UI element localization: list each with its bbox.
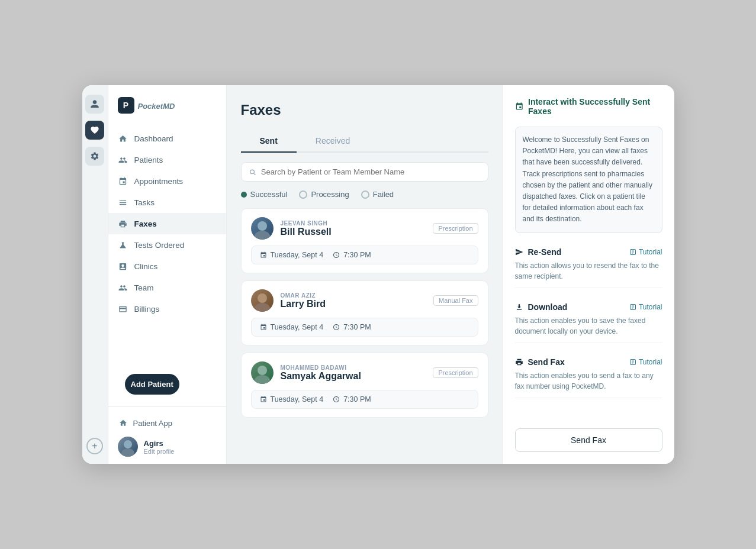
fax-card-3[interactable]: MOHAMMED BADAWI Samyak Aggarwal Prescrip… xyxy=(241,353,488,418)
fax-time-2: 7:30 PM xyxy=(333,323,371,331)
billings-icon xyxy=(118,303,128,314)
svg-point-0 xyxy=(124,440,132,448)
fax-patient-name-2: Larry Bird xyxy=(281,299,427,309)
sidebar-item-label: Patients xyxy=(134,156,163,164)
add-patient-button[interactable]: Add Patient xyxy=(125,374,179,395)
fax-badge-1: Prescription xyxy=(433,223,478,234)
search-icon xyxy=(249,168,256,176)
panel-description: Welcome to Successfully Sent Faxes on Po… xyxy=(515,127,662,233)
filter-row: Successful Processing Failed xyxy=(241,190,488,199)
fax-date-2: Tuesday, Sept 4 xyxy=(260,323,324,331)
successful-dot xyxy=(241,192,247,198)
user-profile[interactable]: Agirs Edit profile xyxy=(118,432,217,457)
search-bar xyxy=(241,162,488,182)
svg-point-3 xyxy=(255,231,270,240)
user-name: Agirs xyxy=(144,439,175,448)
fax-time-1: 7:30 PM xyxy=(333,251,371,259)
fax-date-text-1: Tuesday, Sept 4 xyxy=(271,251,324,259)
sidebar-item-tasks[interactable]: Tasks xyxy=(108,192,226,213)
processing-radio xyxy=(299,190,307,199)
patient-app-link[interactable]: Patient App xyxy=(118,414,217,432)
fax-sender-2: OMAR AZIZ xyxy=(281,292,427,299)
appointments-icon xyxy=(118,176,128,186)
svg-point-7 xyxy=(255,375,270,384)
sidebar-item-dashboard[interactable]: Dashboard xyxy=(108,128,226,149)
send-fax-tutorial-link[interactable]: Tutorial xyxy=(629,358,662,366)
logo: P PocketMD xyxy=(108,85,226,123)
dashboard-icon xyxy=(118,133,128,144)
fax-sender-1: JEEVAN SINGH xyxy=(281,220,426,227)
resend-tutorial-link[interactable]: Tutorial xyxy=(629,248,662,256)
avatar xyxy=(118,437,138,457)
clinics-icon xyxy=(118,261,128,272)
send-fax-button[interactable]: Send Fax xyxy=(515,428,662,452)
filter-successful[interactable]: Successful xyxy=(241,190,288,199)
resend-icon xyxy=(515,248,523,256)
icon-rail-profile[interactable] xyxy=(85,95,104,114)
download-tutorial-link[interactable]: Tutorial xyxy=(629,303,662,311)
search-input[interactable] xyxy=(261,167,481,176)
sidebar-item-label: Faxes xyxy=(134,219,157,228)
sidebar-item-clinics[interactable]: Clinics xyxy=(108,256,226,277)
send-fax-icon xyxy=(515,358,523,366)
fax-date-text-2: Tuesday, Sept 4 xyxy=(271,323,324,331)
fax-card-1[interactable]: JEEVAN SINGH Bill Russell Prescription T… xyxy=(241,208,488,273)
icon-rail: + xyxy=(82,85,108,464)
panel-description-text: Welcome to Successfully Sent Faxes on Po… xyxy=(523,135,652,223)
fax-date-row-2: Tuesday, Sept 4 7:30 PM xyxy=(251,318,478,337)
filter-processing[interactable]: Processing xyxy=(299,190,349,199)
fax-date-3: Tuesday, Sept 4 xyxy=(260,395,324,403)
action-send-fax: Send Fax Tutorial This action enables yo… xyxy=(515,351,662,398)
sidebar-item-label: Dashboard xyxy=(134,134,173,143)
logo-text: PocketMD xyxy=(138,99,175,112)
icon-rail-settings[interactable] xyxy=(85,147,104,166)
download-description: This action enables you to save the faxe… xyxy=(515,315,662,337)
fax-time-text-3: 7:30 PM xyxy=(343,395,371,403)
sidebar-item-appointments[interactable]: Appointments xyxy=(108,170,226,192)
filter-failed[interactable]: Failed xyxy=(361,190,394,199)
action-resend: Re-Send Tutorial This action allows you … xyxy=(515,241,662,288)
fax-time-text-1: 7:30 PM xyxy=(343,251,371,259)
icon-rail-health[interactable] xyxy=(85,121,104,140)
filter-failed-label: Failed xyxy=(373,190,394,199)
tutorial-icon-2 xyxy=(629,303,636,311)
filter-processing-label: Processing xyxy=(311,190,349,199)
calendar-icon xyxy=(515,102,524,111)
page-title: Faxes xyxy=(241,102,488,118)
icon-rail-add[interactable]: + xyxy=(86,438,103,454)
sidebar-item-faxes[interactable]: Faxes xyxy=(108,213,226,234)
fax-sender-3: MOHAMMED BADAWI xyxy=(281,364,426,371)
failed-radio xyxy=(361,190,369,199)
svg-point-4 xyxy=(258,293,267,303)
fax-time-3: 7:30 PM xyxy=(333,395,371,403)
tests-icon xyxy=(118,240,128,250)
fax-info-1: JEEVAN SINGH Bill Russell xyxy=(281,220,426,237)
sidebar-item-tests-ordered[interactable]: Tests Ordered xyxy=(108,234,226,256)
panel-title: Interact with Successfully Sent Faxes xyxy=(515,97,662,116)
sidebar-item-billings[interactable]: Billings xyxy=(108,298,226,319)
fax-date-text-3: Tuesday, Sept 4 xyxy=(271,395,324,403)
tutorial-icon-3 xyxy=(629,359,636,366)
sidebar-item-team[interactable]: Team xyxy=(108,277,226,298)
patient-app-icon xyxy=(118,418,128,428)
send-fax-description: This action enables you to send a fax to… xyxy=(515,370,662,392)
sidebar-item-label: Tasks xyxy=(134,198,155,207)
svg-point-5 xyxy=(255,303,270,312)
filter-successful-label: Successful xyxy=(250,190,288,199)
tab-received[interactable]: Received xyxy=(297,130,369,153)
patient-app-label: Patient App xyxy=(133,419,173,428)
fax-card-2[interactable]: OMAR AZIZ Larry Bird Manual Fax Tuesday,… xyxy=(241,280,488,345)
sidebar-item-label: Billings xyxy=(134,305,160,314)
send-fax-title: Send Fax xyxy=(515,357,565,367)
sidebar-item-patients[interactable]: Patients xyxy=(108,149,226,170)
download-title: Download xyxy=(515,302,568,312)
right-panel: Interact with Successfully Sent Faxes We… xyxy=(503,85,674,464)
sidebar-footer: Patient App Agirs Edit profile xyxy=(108,406,226,464)
fax-time-text-2: 7:30 PM xyxy=(343,323,371,331)
tutorial-icon xyxy=(629,248,636,256)
tab-sent[interactable]: Sent xyxy=(241,130,297,153)
fax-date-row-1: Tuesday, Sept 4 7:30 PM xyxy=(251,246,478,264)
tasks-icon xyxy=(118,197,128,208)
fax-avatar-3 xyxy=(251,361,274,384)
action-download: Download Tutorial This action enables yo… xyxy=(515,296,662,343)
